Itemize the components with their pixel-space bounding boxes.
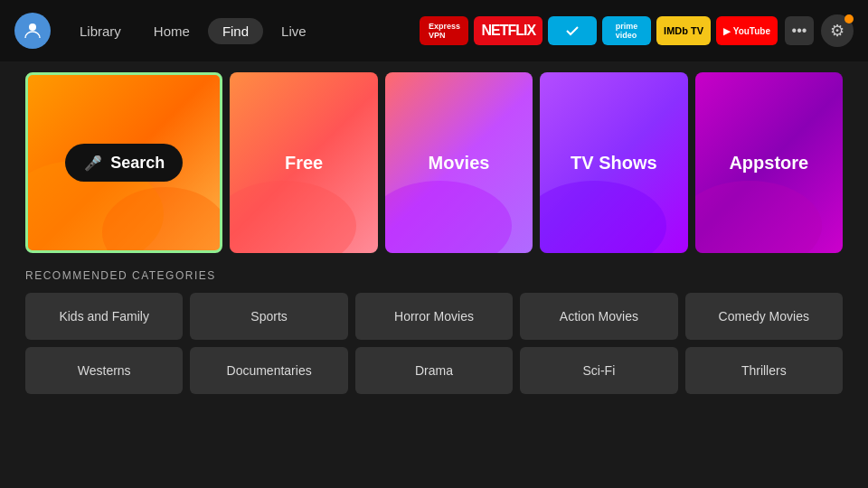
- tvshows-label: TV Shows: [571, 153, 657, 174]
- svg-point-0: [29, 23, 36, 31]
- section-title: RECOMMENDED CATEGORIES: [25, 269, 843, 282]
- app-youtube[interactable]: ▶ YouTube: [716, 16, 778, 45]
- category-grid: Kids and Family Sports Horror Movies Act…: [25, 293, 843, 394]
- mic-icon: 🎤: [83, 153, 103, 173]
- free-label: Free: [285, 153, 323, 174]
- main-content: 🎤 Search Free Movies TV Shows Appstore R…: [0, 61, 868, 405]
- app-prime[interactable]: primevideo: [602, 16, 651, 45]
- category-horror-movies[interactable]: Horror Movies: [355, 293, 513, 340]
- category-documentaries[interactable]: Documentaries: [190, 347, 347, 394]
- nav-home[interactable]: Home: [139, 18, 204, 44]
- category-thrillers[interactable]: Thrillers: [685, 347, 843, 394]
- tile-search[interactable]: 🎤 Search: [25, 72, 222, 253]
- avatar[interactable]: [14, 13, 51, 49]
- settings-button[interactable]: ⚙: [821, 14, 854, 47]
- recommended-section: RECOMMENDED CATEGORIES Kids and Family S…: [25, 269, 843, 394]
- search-pill[interactable]: 🎤 Search: [65, 144, 183, 182]
- search-label: Search: [110, 154, 165, 173]
- category-sports[interactable]: Sports: [190, 293, 347, 340]
- appstore-label: Appstore: [729, 153, 808, 174]
- app-freevee[interactable]: [548, 16, 597, 45]
- tile-tvshows[interactable]: TV Shows: [540, 72, 687, 253]
- app-icons: ExpressVPN NETFLIX primevideo IMDb TV ▶ …: [420, 16, 778, 45]
- settings-badge: [844, 14, 854, 23]
- tiles-row: 🎤 Search Free Movies TV Shows Appstore: [25, 72, 843, 253]
- category-action-movies[interactable]: Action Movies: [520, 293, 677, 340]
- category-drama[interactable]: Drama: [355, 347, 513, 394]
- category-sci-fi[interactable]: Sci-Fi: [520, 347, 677, 394]
- tile-appstore[interactable]: Appstore: [695, 72, 843, 253]
- more-button[interactable]: •••: [785, 16, 814, 45]
- category-kids-family[interactable]: Kids and Family: [25, 293, 183, 340]
- nav-live[interactable]: Live: [267, 18, 321, 44]
- tile-free[interactable]: Free: [230, 72, 377, 253]
- app-imdb[interactable]: IMDb TV: [656, 16, 711, 45]
- nav-find[interactable]: Find: [208, 18, 263, 44]
- header: Library Home Find Live ExpressVPN NETFLI…: [0, 0, 868, 61]
- app-netflix[interactable]: NETFLIX: [474, 16, 542, 45]
- movies-label: Movies: [429, 153, 490, 174]
- app-expressvpn[interactable]: ExpressVPN: [420, 16, 468, 45]
- tile-movies[interactable]: Movies: [385, 72, 533, 253]
- nav-library[interactable]: Library: [65, 18, 136, 44]
- category-westerns[interactable]: Westerns: [25, 347, 183, 394]
- gear-icon: ⚙: [830, 21, 844, 41]
- nav-links: Library Home Find Live: [65, 18, 321, 44]
- category-comedy-movies[interactable]: Comedy Movies: [685, 293, 843, 340]
